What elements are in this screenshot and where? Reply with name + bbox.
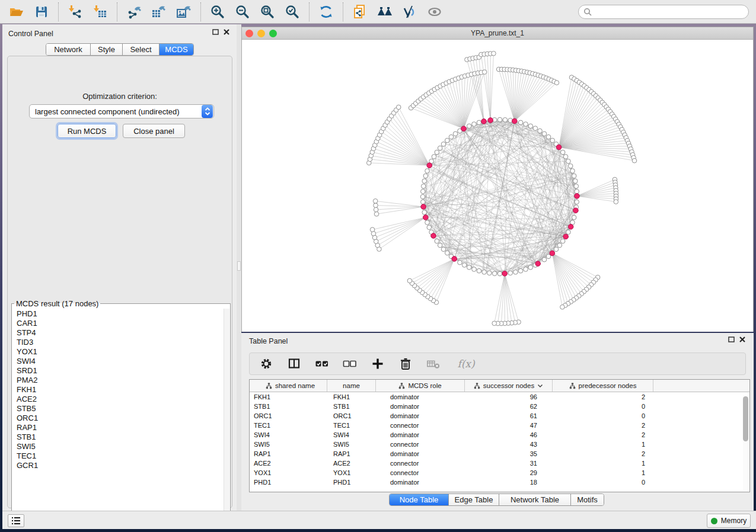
- tab-motifs[interactable]: Motifs: [571, 494, 604, 505]
- network-node[interactable]: [449, 134, 454, 139]
- tab-edge-table[interactable]: Edge Table: [449, 494, 499, 505]
- network-hub-node[interactable]: [488, 118, 493, 123]
- hide-details-button[interactable]: [401, 4, 418, 20]
- list-item[interactable]: TEC1: [13, 451, 223, 461]
- network-node[interactable]: [518, 268, 523, 273]
- refresh-button[interactable]: [318, 4, 334, 20]
- network-canvas[interactable]: [242, 40, 753, 332]
- tab-select[interactable]: Select: [123, 44, 160, 55]
- close-panel-icon[interactable]: [224, 29, 229, 35]
- list-item[interactable]: STP4: [13, 328, 223, 338]
- network-node[interactable]: [575, 189, 579, 194]
- list-item[interactable]: TID3: [13, 338, 223, 347]
- table-row[interactable]: ORC1ORC1dominator610: [250, 411, 749, 421]
- network-node[interactable]: [513, 270, 518, 274]
- column-header-shared-name[interactable]: shared name: [250, 380, 327, 392]
- import-network-button[interactable]: [67, 4, 84, 20]
- network-node[interactable]: [524, 267, 528, 272]
- network-node[interactable]: [422, 210, 427, 215]
- table-settings-button[interactable]: [259, 357, 273, 371]
- network-node[interactable]: [425, 220, 430, 225]
- column-header-mcds-role[interactable]: MCDS role: [376, 380, 465, 392]
- network-node[interactable]: [497, 117, 502, 122]
- tab-style[interactable]: Style: [91, 44, 123, 55]
- table-scrollbar-thumb[interactable]: [743, 396, 748, 441]
- network-hub-node[interactable]: [575, 194, 580, 199]
- tab-network-table[interactable]: Network Table: [499, 494, 571, 505]
- network-node[interactable]: [467, 265, 471, 270]
- list-item[interactable]: PHD1: [13, 309, 223, 319]
- network-hub-node[interactable]: [563, 234, 569, 239]
- network-node[interactable]: [560, 150, 565, 155]
- vertical-splitter[interactable]: [237, 24, 241, 511]
- network-hub-node[interactable]: [423, 215, 428, 220]
- tab-network[interactable]: Network: [46, 44, 91, 55]
- list-item[interactable]: SWI5: [13, 442, 223, 451]
- network-node[interactable]: [572, 174, 576, 178]
- list-item[interactable]: SWI4: [13, 357, 223, 366]
- network-node[interactable]: [542, 257, 547, 262]
- table-row[interactable]: SWI5SWI5connector431: [250, 440, 749, 449]
- table-row[interactable]: ACE2ACE2connector311: [250, 459, 749, 468]
- network-node[interactable]: [445, 251, 449, 255]
- network-node[interactable]: [492, 271, 497, 276]
- delete-column-button[interactable]: [398, 357, 413, 371]
- network-node[interactable]: [563, 155, 568, 159]
- network-node[interactable]: [458, 260, 462, 265]
- network-node[interactable]: [566, 159, 571, 164]
- network-node[interactable]: [570, 169, 575, 174]
- column-header-successor-nodes[interactable]: successor nodes: [465, 380, 553, 392]
- network-node[interactable]: [441, 142, 446, 146]
- network-node[interactable]: [533, 126, 538, 131]
- open-file-button[interactable]: [8, 4, 25, 20]
- zoom-fit-button[interactable]: [259, 4, 276, 20]
- export-table-button[interactable]: [151, 4, 167, 20]
- close-panel-icon[interactable]: [739, 336, 745, 342]
- zoom-selected-button[interactable]: [284, 4, 301, 20]
- close-panel-button[interactable]: Close panel: [123, 124, 185, 138]
- network-node[interactable]: [568, 164, 573, 168]
- network-node[interactable]: [435, 150, 439, 155]
- network-node[interactable]: [632, 158, 637, 163]
- network-node[interactable]: [477, 268, 481, 273]
- export-image-button[interactable]: [176, 4, 192, 20]
- network-hub-node[interactable]: [427, 163, 432, 168]
- network-node[interactable]: [482, 270, 487, 274]
- network-node[interactable]: [528, 124, 533, 129]
- network-node[interactable]: [438, 243, 442, 248]
- network-node[interactable]: [438, 146, 442, 150]
- network-node[interactable]: [477, 120, 481, 125]
- list-item[interactable]: STB1: [13, 432, 223, 442]
- show-columns-button[interactable]: [287, 357, 301, 371]
- float-panel-icon[interactable]: [212, 29, 219, 35]
- list-item[interactable]: ORC1: [13, 414, 223, 423]
- network-node[interactable]: [370, 227, 375, 232]
- list-item[interactable]: RAP1: [13, 423, 223, 432]
- table-row[interactable]: FKH1FKH1dominator962: [250, 392, 749, 402]
- list-item[interactable]: SRD1: [13, 366, 223, 376]
- create-column-button[interactable]: [371, 357, 385, 371]
- network-window-titlebar[interactable]: YPA_prune.txt_1: [242, 27, 753, 40]
- table-row[interactable]: PHD1PHD1dominator180: [250, 477, 749, 487]
- zoom-out-button[interactable]: [234, 4, 251, 20]
- show-details-button[interactable]: [426, 4, 443, 20]
- memory-button[interactable]: Memory: [707, 514, 751, 528]
- network-node[interactable]: [374, 211, 379, 216]
- column-header-predecessor-nodes[interactable]: predecessor nodes: [553, 380, 653, 392]
- network-hub-node[interactable]: [481, 119, 487, 124]
- table-row[interactable]: TEC1TEC1connector472: [250, 421, 749, 430]
- tab-node-table[interactable]: Node Table: [390, 494, 449, 505]
- column-header-name[interactable]: name: [327, 380, 376, 392]
- list-item[interactable]: STB5: [13, 404, 223, 414]
- list-item[interactable]: CAR1: [13, 319, 223, 328]
- network-node[interactable]: [573, 179, 578, 184]
- network-node[interactable]: [554, 247, 559, 252]
- table-scrollbar[interactable]: [743, 395, 748, 490]
- float-panel-icon[interactable]: [728, 336, 735, 342]
- network-node[interactable]: [503, 118, 508, 123]
- network-node[interactable]: [524, 122, 528, 127]
- network-node[interactable]: [508, 271, 513, 275]
- network-node[interactable]: [574, 184, 579, 188]
- network-node[interactable]: [560, 239, 565, 243]
- network-node[interactable]: [472, 267, 477, 272]
